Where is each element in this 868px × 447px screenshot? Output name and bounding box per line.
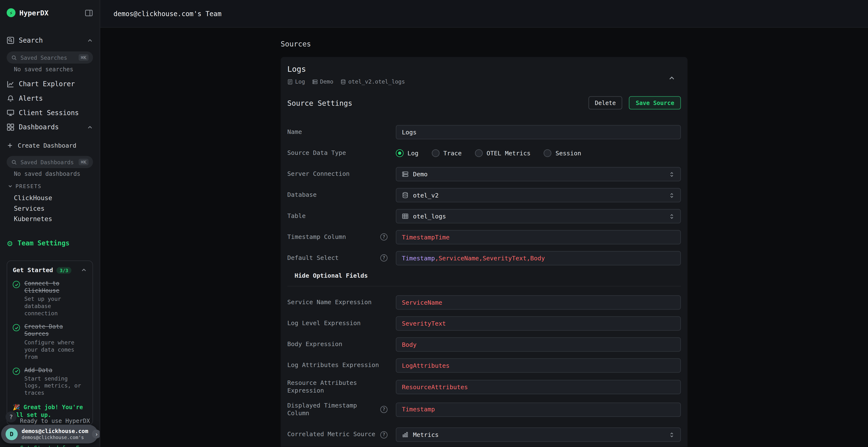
chevron-right-icon[interactable]: › <box>92 429 100 439</box>
field-label: Default Select <box>287 254 378 262</box>
collapse-sidebar-icon[interactable] <box>85 9 93 17</box>
field-row-database: Database otel_v2 <box>287 188 681 203</box>
help-icon[interactable]: ? <box>380 406 388 413</box>
dashboards-icon <box>7 123 14 131</box>
table-select[interactable]: otel_logs <box>396 209 681 224</box>
source-card-logs: Logs Log <box>281 57 688 447</box>
correlated-metric-source-select[interactable]: Metrics <box>396 427 681 442</box>
user-name: demos@clickhouse.com <box>22 428 88 435</box>
log-attributes-expression-input[interactable]: LogAttributes <box>396 358 681 373</box>
alerts-label: Alerts <box>19 95 43 102</box>
sidebar-item-search[interactable]: Search <box>7 33 93 48</box>
code-token: , <box>435 254 439 262</box>
help-button[interactable]: ? <box>5 411 17 422</box>
body-expression-value: Body <box>402 341 416 348</box>
chevron-up-icon[interactable] <box>81 267 87 273</box>
ready-to-use-text: Ready to use HyperDX <box>20 417 90 424</box>
field-row-default-select: Default Select ? Timestamp,ServiceName,S… <box>287 251 681 265</box>
field-row-log-attributes-expression: Log Attributes Expression LogAttributes <box>287 358 681 373</box>
logo-row: ⚡ HyperDX <box>7 0 93 26</box>
help-icon[interactable]: ? <box>380 431 388 438</box>
code-token: ServiceName <box>439 254 479 262</box>
field-label: Database <box>287 191 392 199</box>
database-select[interactable]: otel_v2 <box>396 188 681 203</box>
presets-label: PRESETS <box>16 183 41 189</box>
select-caret-icon <box>669 192 675 198</box>
sidebar-item-team-settings[interactable]: ⚙ Team Settings <box>7 236 93 250</box>
help-icon[interactable]: ? <box>380 254 388 262</box>
page-title: Sources <box>281 40 688 48</box>
hide-optional-fields-button[interactable]: Hide Optional Fields <box>287 272 681 286</box>
sidebar-item-chart-explorer[interactable]: Chart Explorer <box>7 77 93 91</box>
name-input[interactable]: Logs <box>396 125 681 139</box>
field-row-table: Table otel_logs <box>287 209 681 224</box>
sidebar-item-client-sessions[interactable]: Client Sessions <box>7 106 93 120</box>
get-started-done-message: 🎉 Great job! You're all set up. <box>13 403 87 419</box>
help-icon[interactable]: ? <box>380 234 388 241</box>
check-circle-icon <box>13 281 20 288</box>
preset-label: Kubernetes <box>14 215 52 222</box>
step-title: Add Data <box>24 366 87 374</box>
presets-header[interactable]: PRESETS <box>7 181 93 190</box>
save-source-button[interactable]: Save Source <box>629 96 681 109</box>
get-started-free-link[interactable]: Get Started for Free <box>20 445 90 447</box>
search-label: Search <box>19 37 43 44</box>
get-started-header[interactable]: Get Started 3/3 <box>13 267 87 274</box>
chevron-up-icon[interactable] <box>668 75 675 82</box>
user-account-chip[interactable]: D demos@clickhouse.com demos@clickhouse.… <box>1 424 98 443</box>
sidebar-item-clickhouse[interactable]: ClickHouse <box>7 193 93 203</box>
field-row-log-level-expression: Log Level Expression SeverityText <box>287 316 681 331</box>
meta-source-type-label: Log <box>295 78 305 84</box>
database-icon <box>402 192 409 199</box>
chevron-up-icon[interactable] <box>87 124 93 130</box>
source-meta-row: Log Demo otel_v2.otel_logs <box>287 78 681 84</box>
timestamp-column-value: TimestampTime <box>402 234 450 241</box>
monitor-icon <box>7 109 14 116</box>
saved-dashboards-placeholder: Saved Dashboards <box>21 159 74 165</box>
chevron-up-icon[interactable] <box>87 37 93 43</box>
content: Sources Logs Log <box>100 28 868 447</box>
radio-dot <box>475 149 483 157</box>
log-icon <box>287 79 293 84</box>
get-started-card: Get Started 3/3 Connect to ClickHouse Se… <box>7 260 93 425</box>
default-select-input[interactable]: Timestamp,ServiceName,SeverityText,Body <box>396 251 681 265</box>
code-token: SeverityText <box>483 254 526 262</box>
hyperdx-logo-icon: ⚡ <box>7 8 16 17</box>
radio-session[interactable]: Session <box>544 149 581 157</box>
correlated-metric-source-value: Metrics <box>413 431 439 438</box>
resource-attributes-expression-input[interactable]: ResourceAttributes <box>396 380 681 394</box>
database-icon <box>340 79 346 84</box>
delete-button[interactable]: Delete <box>588 96 622 109</box>
create-dashboard-button[interactable]: Create Dashboard <box>7 139 93 152</box>
create-dashboard-label: Create Dashboard <box>18 142 76 149</box>
radio-log[interactable]: Log <box>396 149 418 157</box>
saved-searches-input[interactable]: Saved Searches ⌘K <box>7 51 93 64</box>
gear-icon: ⚙ <box>7 239 13 247</box>
radio-otel-metrics[interactable]: OTEL Metrics <box>475 149 531 157</box>
field-row-resource-attributes-expression: Resource Attributes Expression ResourceA… <box>287 379 681 395</box>
search-icon <box>7 37 14 44</box>
client-sessions-label: Client Sessions <box>19 109 79 116</box>
sidebar-item-kubernetes[interactable]: Kubernetes <box>7 213 93 224</box>
radio-label: Session <box>556 149 581 157</box>
sidebar-item-dashboards[interactable]: Dashboards <box>7 120 93 134</box>
code-token: Timestamp <box>402 254 435 262</box>
step-desc: Set up your database connection <box>24 296 87 317</box>
body-expression-input[interactable]: Body <box>396 337 681 352</box>
sidebar-item-alerts[interactable]: Alerts <box>7 91 93 106</box>
dashboards-label: Dashboards <box>19 123 59 131</box>
saved-dashboards-input[interactable]: Saved Dashboards ⌘K <box>7 156 93 168</box>
log-level-expression-input[interactable]: SeverityText <box>396 316 681 331</box>
sidebar-item-services[interactable]: Services <box>7 203 93 214</box>
timestamp-column-input[interactable]: TimestampTime <box>396 230 681 244</box>
server-connection-select[interactable]: Demo <box>396 167 681 181</box>
get-started-step: Create Data Sources Configure where your… <box>13 323 87 360</box>
table-icon <box>402 213 409 220</box>
log-attributes-expression-value: LogAttributes <box>402 362 450 369</box>
shortcut-badge: ⌘K <box>79 54 89 61</box>
radio-trace[interactable]: Trace <box>432 149 462 157</box>
service-name-expression-input[interactable]: ServiceName <box>396 295 681 310</box>
displayed-timestamp-column-input[interactable]: Timestamp <box>396 403 681 417</box>
radio-label: Log <box>407 149 418 157</box>
field-row-source-data-type: Source Data Type Log Trace OTEL Metrics … <box>287 146 681 161</box>
